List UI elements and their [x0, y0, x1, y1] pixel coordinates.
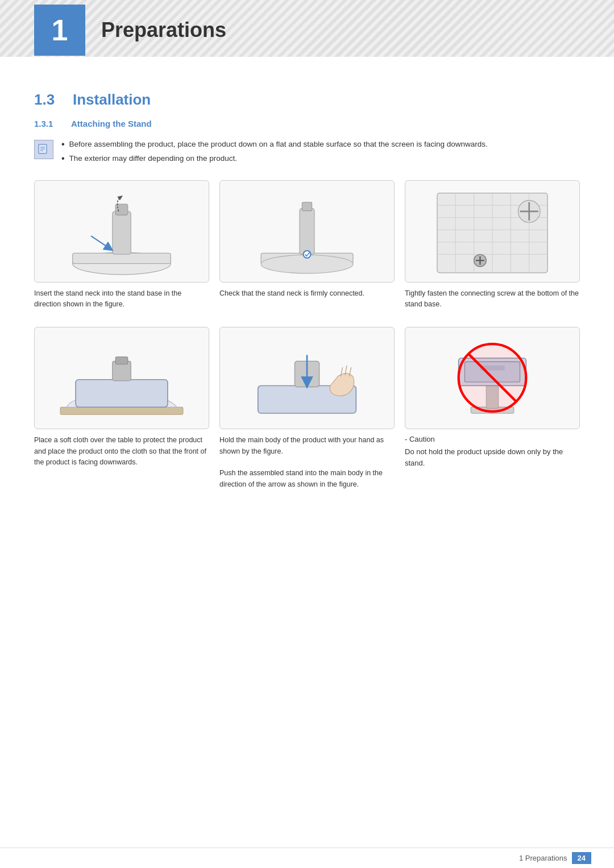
- img-box-1-3: [405, 180, 580, 283]
- section-header: 1.3 Installation: [34, 91, 580, 109]
- bullet-dot-1: •: [61, 140, 65, 149]
- image-cell-2-2: Hold the main body of the product with y…: [219, 327, 395, 490]
- image-cell-1-2: Check that the stand neck is firmly conn…: [219, 180, 395, 310]
- image-row-1: Insert the stand neck into the stand bas…: [34, 180, 580, 310]
- img-caption-1-2: Check that the stand neck is firmly conn…: [219, 288, 395, 299]
- subsection-number: 1.3.1: [34, 119, 65, 128]
- image-cell-2-3: - Caution Do not hold the product upside…: [405, 327, 580, 490]
- img-caption-1-1: Insert the stand neck into the stand bas…: [34, 288, 209, 310]
- img-caption-1-3: Tightly fasten the connecting screw at t…: [405, 288, 580, 310]
- bullet-item-1: • Before assembling the product, place t…: [61, 139, 580, 150]
- header-content: 1 Preparations: [0, 0, 614, 57]
- image-cell-1-3: Tightly fasten the connecting screw at t…: [405, 180, 580, 310]
- img-box-1-1: [34, 180, 209, 283]
- image-row-2: Place a soft cloth over the table to pro…: [34, 327, 580, 490]
- bullet-text-2: The exterior may differ depending on the…: [69, 153, 237, 164]
- main-content: 1.3 Installation 1.3.1 Attaching the Sta…: [0, 63, 614, 501]
- caution-label: - Caution: [405, 435, 580, 443]
- chapter-number: 1: [52, 13, 68, 47]
- img-box-2-1: [34, 327, 209, 429]
- svg-rect-35: [76, 380, 168, 408]
- bullet-item-2: • The exterior may differ depending on t…: [61, 153, 580, 164]
- note-bullets: • Before assembling the product, place t…: [61, 139, 580, 168]
- page-footer: 1 Preparations 24: [0, 848, 614, 868]
- section-number: 1.3: [34, 91, 63, 109]
- img-caption-2-1: Place a soft cloth over the table to pro…: [34, 435, 209, 468]
- img-box-2-3: [405, 327, 580, 429]
- note-area: • Before assembling the product, place t…: [34, 139, 580, 168]
- footer-label: 1 Preparations: [519, 854, 567, 862]
- img-caption-2-2: Hold the main body of the product with y…: [219, 435, 395, 490]
- bullet-dot-2: •: [61, 154, 65, 163]
- caution-container: - Caution Do not hold the product upside…: [405, 435, 580, 469]
- subsection-header: 1.3.1 Attaching the Stand: [34, 119, 580, 128]
- svg-point-14: [304, 250, 311, 258]
- svg-rect-37: [115, 357, 128, 364]
- section-title: Installation: [73, 91, 151, 109]
- bullet-text-1: Before assembling the product, place the…: [69, 139, 488, 150]
- svg-rect-7: [115, 203, 128, 214]
- caution-text: Do not hold the product upside down only…: [405, 446, 580, 469]
- chapter-title: Preparations: [101, 18, 226, 42]
- note-icon: [34, 140, 53, 159]
- svg-line-8: [91, 236, 109, 248]
- svg-marker-9: [117, 195, 123, 200]
- img-box-1-2: [219, 180, 395, 283]
- chapter-number-box: 1: [34, 5, 85, 56]
- svg-rect-6: [113, 211, 131, 254]
- img-box-2-2: [219, 327, 395, 429]
- svg-rect-12: [300, 208, 314, 254]
- footer-page-number: 24: [572, 852, 591, 864]
- svg-rect-13: [302, 202, 312, 210]
- image-cell-2-1: Place a soft cloth over the table to pro…: [34, 327, 209, 490]
- subsection-title: Attaching the Stand: [71, 119, 152, 128]
- image-cell-1-1: Insert the stand neck into the stand bas…: [34, 180, 209, 310]
- svg-rect-34: [60, 407, 183, 414]
